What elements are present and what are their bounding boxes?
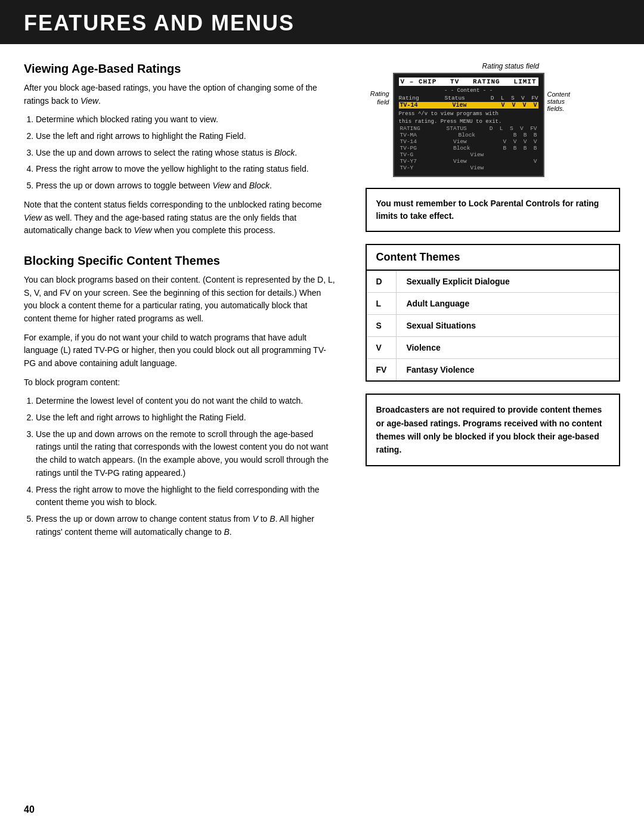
page-title: Features and Menus (24, 11, 620, 36)
section1-note: Note that the content status fields corr… (24, 199, 336, 237)
theme-label: Violence (397, 337, 619, 359)
theme-code: FV (367, 359, 397, 381)
step-item: Press the right arrow to move the yellow… (36, 163, 336, 176)
theme-code: S (367, 315, 397, 337)
section2: Blocking Specific Content Themes You can… (24, 254, 336, 538)
left-column: Viewing Age-Based Ratings After you bloc… (24, 62, 360, 544)
data-row: RATING STATUS D L S V FV (399, 125, 538, 132)
rating-field-label: Ratingfield (366, 89, 389, 107)
hl-status: View (453, 102, 467, 109)
section2-title: Blocking Specific Content Themes (24, 254, 336, 268)
step-item: Use the up and down arrows on the remote… (36, 428, 336, 480)
chip-note: Press ^/v to view programs withthis rati… (399, 110, 538, 125)
main-content: Viewing Age-Based Ratings After you bloc… (0, 62, 644, 544)
data-row: TV-Y7 View V (399, 158, 538, 165)
rating-box-wrap: V – CHIP TV RATING LIMIT - - Content - -… (393, 73, 544, 177)
section1-steps: Determine which blocked rating you want … (24, 113, 336, 192)
hl-content: V V V V (501, 102, 537, 109)
section2-para3: To block program content: (24, 376, 336, 389)
page-wrapper: Features and Menus Viewing Age-Based Rat… (0, 0, 644, 833)
theme-row: D Sexually Explicit Dialogue (367, 271, 620, 293)
right-column: Rating status field Ratingfield V – CHIP… (360, 62, 621, 544)
rating-screen: V – CHIP TV RATING LIMIT - - Content - -… (393, 73, 544, 177)
section2-para1: You can block programs based on their co… (24, 274, 336, 326)
col-content: D L S V FV (491, 95, 538, 101)
theme-label: Adult Language (397, 293, 619, 315)
bottom-note-box: Broadcasters are not required to provide… (366, 394, 621, 466)
data-row: TV-MA Block B B B (399, 132, 538, 138)
step-item: Press the right arrow to move the highli… (36, 484, 336, 509)
theme-code: D (367, 271, 397, 293)
section2-para2: For example, if you do not want your chi… (24, 332, 336, 370)
theme-label: Fantasy Violence (397, 359, 619, 381)
theme-code: V (367, 337, 397, 359)
col-status: Status (445, 95, 465, 101)
rating-diagram: Rating status field Ratingfield V – CHIP… (366, 62, 621, 177)
section1-intro: After you block age-based ratings, you h… (24, 82, 336, 107)
step-item: Use the left and right arrows to highlig… (36, 411, 336, 425)
warning-text: You must remember to Lock Parental Contr… (376, 199, 599, 221)
step-item: Press the up or down arrow to change con… (36, 513, 336, 538)
highlight-row: TV-14 View V V V V (399, 102, 538, 109)
rating-status-label: Rating status field (401, 62, 621, 70)
step-item: Press the up or down arrows to toggle be… (36, 179, 336, 193)
theme-code: L (367, 293, 397, 315)
theme-row: S Sexual Situations (367, 315, 620, 337)
step-item: Determine which blocked rating you want … (36, 113, 336, 126)
col-rating: Rating (399, 95, 419, 101)
chip-title: V – CHIP TV RATING LIMIT (399, 78, 538, 86)
data-row: TV-Y View (399, 165, 538, 171)
data-row: TV-14 View V V V V (399, 138, 538, 145)
page-header: Features and Menus (0, 0, 644, 44)
theme-row: V Violence (367, 337, 620, 359)
content-themes-box: Content Themes D Sexually Explicit Dialo… (366, 244, 621, 382)
step-item: Use the up and down arrows to select the… (36, 147, 336, 160)
step-item: Use the left and right arrows to highlig… (36, 130, 336, 143)
theme-label: Sexual Situations (397, 315, 619, 337)
warning-box: You must remember to Lock Parental Contr… (366, 188, 621, 232)
section1-title: Viewing Age-Based Ratings (24, 62, 336, 76)
hl-rating: TV-14 (400, 102, 418, 109)
data-row: TV-PG Block B B B B (399, 145, 538, 151)
bottom-note-text: Broadcasters are not required to provide… (376, 405, 602, 454)
chip-cols: Rating Status D L S V FV (399, 95, 538, 101)
chip-subtitle: - - Content - - (399, 88, 538, 94)
content-themes-header: Content Themes (367, 245, 620, 271)
content-themes-table: D Sexually Explicit Dialogue L Adult Lan… (367, 271, 620, 380)
section2-steps: Determine the lowest level of content yo… (24, 395, 336, 538)
data-row: TV-G View (399, 151, 538, 158)
page-number: 40 (24, 804, 35, 815)
theme-label: Sexually Explicit Dialogue (397, 271, 619, 293)
theme-row: FV Fantasy Violence (367, 359, 620, 381)
step-item: Determine the lowest level of content yo… (36, 395, 336, 408)
content-fields-label: Contentstatusfields. (547, 91, 592, 112)
rating-outer: Ratingfield V – CHIP TV RATING LIMIT - -… (366, 73, 621, 177)
theme-row: L Adult Language (367, 293, 620, 315)
